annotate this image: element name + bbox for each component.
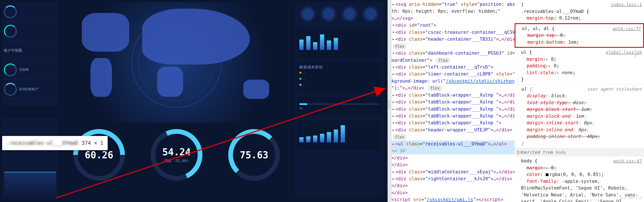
gauge-chart: 75.63 (224, 125, 284, 185)
styles-panel[interactable]: } .receivables-ul___OYmaD {index.less:1 … (514, 0, 644, 202)
option-label: 自动归集账户 (19, 87, 38, 91)
dom-node[interactable]: <script src="/skcockpit/umi.js"></script… (392, 196, 514, 202)
metric-icon (302, 8, 313, 19)
dom-node-end: >…</svg> (392, 15, 514, 22)
source-link[interactable]: antd.css:77 (612, 25, 641, 32)
chart-block (297, 120, 381, 151)
metric-icon (365, 8, 376, 19)
chevron-right-icon[interactable]: 〉 (633, 46, 643, 61)
dom-node[interactable]: ▸<div class="rightContainer___kJs29">…</… (392, 175, 514, 182)
dom-node-end: </div> (392, 155, 514, 161)
gauge-value: 54.24 (162, 147, 191, 158)
tooltip-selector: .receivables-ul___OYmaD (6, 140, 82, 146)
gauge-chart: 54.24 同比 -52.68% (146, 125, 207, 185)
dom-node-end: </div> (392, 189, 514, 196)
source-link[interactable]: index.less:1 (611, 1, 642, 8)
option-label: 互联网 (19, 68, 29, 72)
chart-block: 0% (297, 97, 381, 116)
dom-node[interactable]: ▸<div class="header-container___TB3Ii">…… (392, 36, 514, 43)
tooltip-dimensions: 374 × 1 (82, 140, 103, 146)
metric-icon (344, 8, 355, 19)
gauge-chart: 60.26 (69, 125, 129, 185)
css-rule[interactable]: } .receivables-ul___OYmaD {index.less:1 … (514, 0, 644, 23)
chart-title: 融资成本变动 (299, 64, 379, 70)
source-link[interactable]: antd.css:47 (614, 158, 642, 164)
left-sidebar-panel: 账户可视图 互联网 自动归集账户 (2, 2, 58, 105)
dom-node-end: </div> (392, 182, 514, 189)
dom-node-selected[interactable]: ▸<ul class="receivables-ul___OYmaD">…</u… (392, 141, 514, 147)
dom-node[interactable]: ▾<div class="dashboard-container___PGSb3… (392, 50, 514, 57)
dom-node[interactable]: ▸<svg aria-hidden="true" style="position… (392, 1, 514, 8)
dom-node-end: </div> (392, 161, 514, 168)
dom-node[interactable]: ▸<div class="middleContainer___vEyaj">…<… (392, 169, 514, 175)
css-rule[interactable]: body {antd.css:47 margin:▸ 0; color: rgb… (514, 156, 644, 202)
gauge-subtitle: 同比 -52.68% (165, 159, 188, 163)
inherited-from-header: Inherited from body (514, 148, 644, 156)
panel-label: 账户可视图 (4, 48, 22, 53)
dom-text: ");">…</div> flex (392, 85, 514, 91)
dom-node[interactable]: ▾<div class="cscec-treasurer-container__… (392, 29, 514, 36)
chart-block: 融资成本变动 — — — (297, 62, 381, 92)
dom-node[interactable]: ▾<div class="left-container___qTrsD"> (392, 64, 514, 71)
metric-icon (323, 8, 334, 19)
dom-node[interactable]: ▾<div class="tabBlock-wrapper___Xulnp "> (392, 119, 514, 126)
inspected-page-preview[interactable]: 账户可视图 互联网 自动归集账户 融资成本变动 — — (0, 0, 388, 202)
css-rule[interactable]: ul {global.less:16 margin:▸ 0; padding:▸… (514, 48, 644, 85)
dom-node[interactable]: ▸<div class="header-wrapper___UTEJP">…</… (392, 127, 514, 133)
watermark: CSDN @MTxsb (617, 196, 642, 201)
bottom-left-panel (2, 118, 58, 200)
elements-panel[interactable]: ▸<svg aria-hidden="true" style="position… (392, 0, 514, 202)
css-rule-highlighted[interactable]: ol, ul, dl {antd.css:77 margin-top: 0; m… (514, 23, 644, 48)
dom-text: kground-image: url("/skcockpit/static/sh… (392, 78, 514, 85)
dom-node[interactable]: ▸<div class="tabBlock-wrapper___Xulnp ">… (392, 113, 514, 119)
layout-pill: flex (392, 43, 514, 50)
right-charts-panel: 融资成本变动 — — — 0% (295, 2, 383, 196)
world-map-panel (60, 2, 293, 123)
source-label: user agent stylesheet (587, 86, 642, 92)
gauge-value: 75.63 (240, 150, 268, 161)
layout-pill: flex (392, 133, 514, 140)
console-ref: == $0 (392, 147, 514, 154)
color-swatch[interactable] (546, 173, 548, 176)
dom-text: th: 0px; height: 0px; overflow: hidden;" (392, 8, 514, 15)
dom-node[interactable]: ▸<div class="timer-container___cL8P8" st… (392, 71, 514, 77)
element-highlight-tooltip: .receivables-ul___OYmaD 374 × 1 (2, 136, 108, 150)
dom-node[interactable]: ▸<div class="tabBlock-wrapper___Xulnp ">… (392, 106, 514, 113)
dom-node[interactable]: ▸<div class="tabBlock-wrapper___Xulnp ">… (392, 99, 514, 105)
chart-block (297, 28, 381, 58)
gauge-value: 60.26 (85, 150, 113, 161)
css-rule-ua[interactable]: ul {user agent stylesheet display: block… (514, 85, 644, 148)
panel-splitter[interactable] (388, 0, 392, 202)
dom-node[interactable]: ▾<div id="root"> (392, 22, 514, 29)
dom-node[interactable]: ▸<div class="tabBlock-wrapper___Xulnp ">… (392, 92, 514, 99)
dom-text: oardContainer"> flex (392, 57, 514, 64)
